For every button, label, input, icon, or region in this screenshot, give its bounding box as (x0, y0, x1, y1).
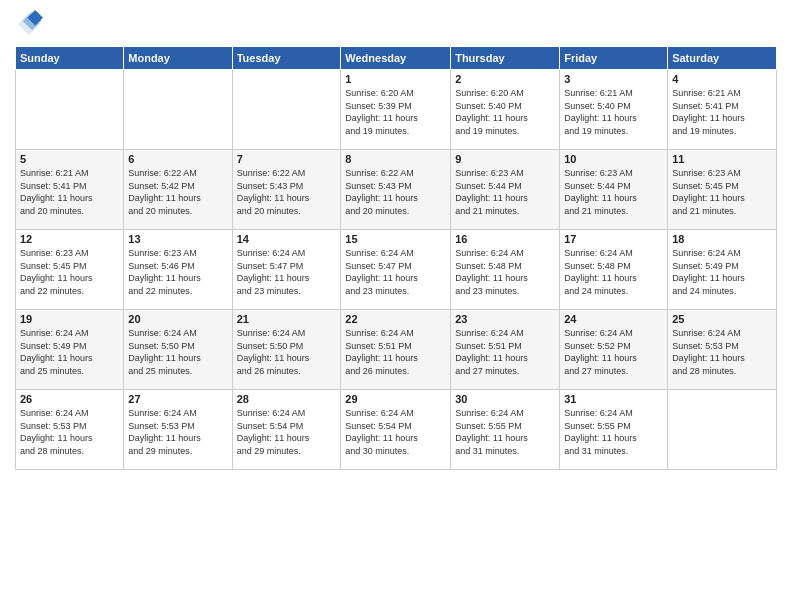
day-cell: 1Sunrise: 6:20 AM Sunset: 5:39 PM Daylig… (341, 70, 451, 150)
day-info: Sunrise: 6:24 AM Sunset: 5:51 PM Dayligh… (345, 327, 446, 377)
day-info: Sunrise: 6:24 AM Sunset: 5:47 PM Dayligh… (237, 247, 337, 297)
day-number: 14 (237, 233, 337, 245)
day-number: 21 (237, 313, 337, 325)
day-cell: 31Sunrise: 6:24 AM Sunset: 5:55 PM Dayli… (560, 390, 668, 470)
day-number: 4 (672, 73, 772, 85)
day-info: Sunrise: 6:24 AM Sunset: 5:52 PM Dayligh… (564, 327, 663, 377)
day-number: 30 (455, 393, 555, 405)
day-cell (232, 70, 341, 150)
day-number: 17 (564, 233, 663, 245)
day-cell: 29Sunrise: 6:24 AM Sunset: 5:54 PM Dayli… (341, 390, 451, 470)
day-number: 1 (345, 73, 446, 85)
day-number: 20 (128, 313, 227, 325)
day-info: Sunrise: 6:24 AM Sunset: 5:51 PM Dayligh… (455, 327, 555, 377)
logo (15, 10, 47, 38)
weekday-monday: Monday (124, 47, 232, 70)
day-cell: 7Sunrise: 6:22 AM Sunset: 5:43 PM Daylig… (232, 150, 341, 230)
day-info: Sunrise: 6:21 AM Sunset: 5:41 PM Dayligh… (672, 87, 772, 137)
day-info: Sunrise: 6:24 AM Sunset: 5:47 PM Dayligh… (345, 247, 446, 297)
weekday-tuesday: Tuesday (232, 47, 341, 70)
day-info: Sunrise: 6:24 AM Sunset: 5:53 PM Dayligh… (20, 407, 119, 457)
day-number: 26 (20, 393, 119, 405)
day-info: Sunrise: 6:24 AM Sunset: 5:53 PM Dayligh… (672, 327, 772, 377)
day-info: Sunrise: 6:24 AM Sunset: 5:48 PM Dayligh… (564, 247, 663, 297)
day-info: Sunrise: 6:23 AM Sunset: 5:45 PM Dayligh… (672, 167, 772, 217)
day-cell: 30Sunrise: 6:24 AM Sunset: 5:55 PM Dayli… (451, 390, 560, 470)
day-cell: 15Sunrise: 6:24 AM Sunset: 5:47 PM Dayli… (341, 230, 451, 310)
day-cell: 17Sunrise: 6:24 AM Sunset: 5:48 PM Dayli… (560, 230, 668, 310)
day-cell: 26Sunrise: 6:24 AM Sunset: 5:53 PM Dayli… (16, 390, 124, 470)
day-info: Sunrise: 6:23 AM Sunset: 5:46 PM Dayligh… (128, 247, 227, 297)
day-info: Sunrise: 6:21 AM Sunset: 5:41 PM Dayligh… (20, 167, 119, 217)
day-cell (16, 70, 124, 150)
day-info: Sunrise: 6:20 AM Sunset: 5:39 PM Dayligh… (345, 87, 446, 137)
day-number: 25 (672, 313, 772, 325)
day-number: 19 (20, 313, 119, 325)
day-cell: 16Sunrise: 6:24 AM Sunset: 5:48 PM Dayli… (451, 230, 560, 310)
day-number: 10 (564, 153, 663, 165)
day-info: Sunrise: 6:23 AM Sunset: 5:44 PM Dayligh… (455, 167, 555, 217)
calendar-body: 1Sunrise: 6:20 AM Sunset: 5:39 PM Daylig… (16, 70, 777, 470)
day-number: 3 (564, 73, 663, 85)
day-cell: 6Sunrise: 6:22 AM Sunset: 5:42 PM Daylig… (124, 150, 232, 230)
day-cell: 18Sunrise: 6:24 AM Sunset: 5:49 PM Dayli… (668, 230, 777, 310)
day-number: 27 (128, 393, 227, 405)
day-cell (124, 70, 232, 150)
day-number: 16 (455, 233, 555, 245)
calendar-header: SundayMondayTuesdayWednesdayThursdayFrid… (16, 47, 777, 70)
week-row-1: 1Sunrise: 6:20 AM Sunset: 5:39 PM Daylig… (16, 70, 777, 150)
logo-icon (15, 10, 43, 38)
day-info: Sunrise: 6:21 AM Sunset: 5:40 PM Dayligh… (564, 87, 663, 137)
day-info: Sunrise: 6:24 AM Sunset: 5:55 PM Dayligh… (564, 407, 663, 457)
page: SundayMondayTuesdayWednesdayThursdayFrid… (0, 0, 792, 612)
day-cell: 23Sunrise: 6:24 AM Sunset: 5:51 PM Dayli… (451, 310, 560, 390)
day-cell: 22Sunrise: 6:24 AM Sunset: 5:51 PM Dayli… (341, 310, 451, 390)
day-info: Sunrise: 6:24 AM Sunset: 5:54 PM Dayligh… (237, 407, 337, 457)
day-number: 23 (455, 313, 555, 325)
day-cell: 10Sunrise: 6:23 AM Sunset: 5:44 PM Dayli… (560, 150, 668, 230)
day-cell: 5Sunrise: 6:21 AM Sunset: 5:41 PM Daylig… (16, 150, 124, 230)
day-info: Sunrise: 6:24 AM Sunset: 5:49 PM Dayligh… (20, 327, 119, 377)
header (15, 10, 777, 38)
day-info: Sunrise: 6:24 AM Sunset: 5:53 PM Dayligh… (128, 407, 227, 457)
day-number: 2 (455, 73, 555, 85)
day-cell: 9Sunrise: 6:23 AM Sunset: 5:44 PM Daylig… (451, 150, 560, 230)
day-number: 12 (20, 233, 119, 245)
week-row-3: 12Sunrise: 6:23 AM Sunset: 5:45 PM Dayli… (16, 230, 777, 310)
day-info: Sunrise: 6:24 AM Sunset: 5:55 PM Dayligh… (455, 407, 555, 457)
day-number: 31 (564, 393, 663, 405)
day-cell: 19Sunrise: 6:24 AM Sunset: 5:49 PM Dayli… (16, 310, 124, 390)
day-info: Sunrise: 6:24 AM Sunset: 5:48 PM Dayligh… (455, 247, 555, 297)
day-cell: 13Sunrise: 6:23 AM Sunset: 5:46 PM Dayli… (124, 230, 232, 310)
day-number: 11 (672, 153, 772, 165)
day-info: Sunrise: 6:24 AM Sunset: 5:54 PM Dayligh… (345, 407, 446, 457)
day-info: Sunrise: 6:23 AM Sunset: 5:45 PM Dayligh… (20, 247, 119, 297)
week-row-4: 19Sunrise: 6:24 AM Sunset: 5:49 PM Dayli… (16, 310, 777, 390)
week-row-2: 5Sunrise: 6:21 AM Sunset: 5:41 PM Daylig… (16, 150, 777, 230)
weekday-header-row: SundayMondayTuesdayWednesdayThursdayFrid… (16, 47, 777, 70)
day-cell: 21Sunrise: 6:24 AM Sunset: 5:50 PM Dayli… (232, 310, 341, 390)
day-number: 7 (237, 153, 337, 165)
day-cell: 28Sunrise: 6:24 AM Sunset: 5:54 PM Dayli… (232, 390, 341, 470)
day-cell: 4Sunrise: 6:21 AM Sunset: 5:41 PM Daylig… (668, 70, 777, 150)
calendar-table: SundayMondayTuesdayWednesdayThursdayFrid… (15, 46, 777, 470)
weekday-thursday: Thursday (451, 47, 560, 70)
day-cell: 25Sunrise: 6:24 AM Sunset: 5:53 PM Dayli… (668, 310, 777, 390)
weekday-wednesday: Wednesday (341, 47, 451, 70)
day-number: 28 (237, 393, 337, 405)
day-info: Sunrise: 6:20 AM Sunset: 5:40 PM Dayligh… (455, 87, 555, 137)
day-cell: 24Sunrise: 6:24 AM Sunset: 5:52 PM Dayli… (560, 310, 668, 390)
day-info: Sunrise: 6:24 AM Sunset: 5:50 PM Dayligh… (128, 327, 227, 377)
day-number: 13 (128, 233, 227, 245)
day-cell: 27Sunrise: 6:24 AM Sunset: 5:53 PM Dayli… (124, 390, 232, 470)
day-cell: 8Sunrise: 6:22 AM Sunset: 5:43 PM Daylig… (341, 150, 451, 230)
day-info: Sunrise: 6:22 AM Sunset: 5:43 PM Dayligh… (237, 167, 337, 217)
day-number: 22 (345, 313, 446, 325)
day-number: 6 (128, 153, 227, 165)
day-number: 29 (345, 393, 446, 405)
day-number: 24 (564, 313, 663, 325)
day-cell: 14Sunrise: 6:24 AM Sunset: 5:47 PM Dayli… (232, 230, 341, 310)
day-number: 9 (455, 153, 555, 165)
day-cell: 3Sunrise: 6:21 AM Sunset: 5:40 PM Daylig… (560, 70, 668, 150)
weekday-sunday: Sunday (16, 47, 124, 70)
